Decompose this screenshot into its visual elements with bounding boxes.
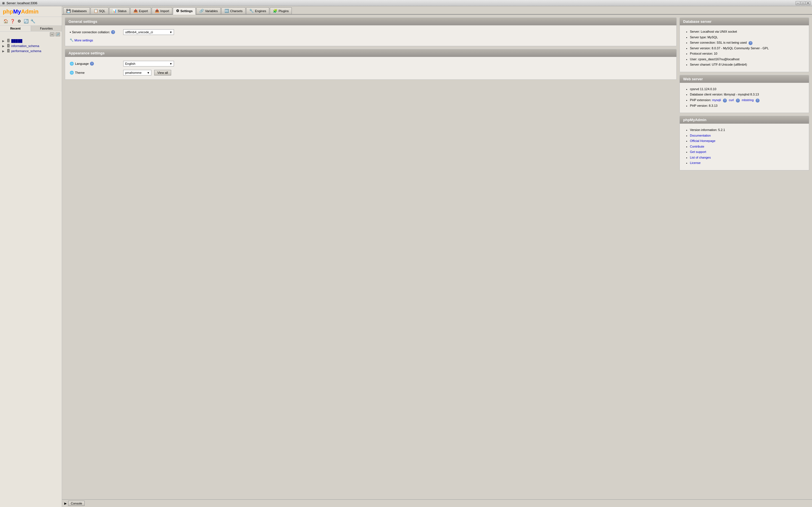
list-item: Server type: MySQL: [690, 35, 804, 40]
list-item: Protocol version: 10: [690, 51, 804, 56]
curl-info-icon[interactable]: ?: [736, 99, 740, 103]
collapse-button[interactable]: ─: [50, 33, 54, 36]
theme-label-text: Theme: [75, 71, 85, 74]
status-icon: 📊: [112, 9, 117, 13]
sidebar-controls: ─ 🔗: [0, 32, 62, 37]
tab-variables[interactable]: 🔗 Variables: [196, 7, 221, 14]
list-item: Server: Localhost via UNIX socket: [690, 29, 804, 34]
web-server-body: cpsrvd 11.124.0.10 Database client versi…: [680, 83, 809, 113]
refresh-icon[interactable]: 🔄: [23, 18, 29, 24]
tab-import[interactable]: 📥 Import: [152, 7, 172, 14]
tab-sql[interactable]: 📋 SQL: [91, 7, 109, 14]
close-button[interactable]: ✕: [806, 1, 810, 5]
help-icon[interactable]: ❓: [10, 18, 15, 24]
db-name-root: █████: [11, 39, 22, 43]
charsets-icon: 🔤: [224, 9, 229, 13]
minimize-button[interactable]: ─: [796, 1, 800, 5]
web-server-list: cpsrvd 11.124.0.10 Database client versi…: [684, 87, 804, 108]
logo: phpMyAdmin: [0, 6, 62, 17]
expand-icon: ▶: [2, 45, 6, 48]
logo-my: My: [13, 8, 21, 15]
tab-recent[interactable]: Recent: [0, 25, 31, 31]
list-of-changes-link[interactable]: List of changes: [690, 156, 711, 159]
sql-icon: 📋: [94, 9, 98, 13]
settings-icon[interactable]: ⚙: [16, 18, 22, 24]
collation-select-wrapper: utf8mb4_unicode_ci utf8mb4_general_ci la…: [123, 29, 174, 35]
database-server-title: Database server: [683, 19, 711, 24]
databases-icon: 💾: [66, 9, 71, 13]
home-icon[interactable]: 🏠: [3, 18, 8, 24]
console-button[interactable]: Console: [68, 501, 85, 506]
list-item: PHP extension: mysqli ? curl ? mbstring …: [690, 98, 804, 103]
tab-plugins[interactable]: 🧩 Plugins: [270, 7, 292, 14]
language-info-icon[interactable]: ?: [90, 62, 94, 66]
tab-charsets[interactable]: 🔤 Charsets: [221, 7, 246, 14]
web-server-title: Web server: [683, 77, 703, 81]
language-row: 🌐 Language ? English French German Spani…: [70, 61, 672, 66]
general-settings-body: ▪ Server connection collation: ? utf8mb4…: [65, 25, 676, 46]
more-settings-row: 🔧 More settings: [70, 38, 672, 42]
curl-link[interactable]: curl: [729, 98, 734, 102]
view-all-button[interactable]: View all: [154, 70, 171, 75]
get-support-link[interactable]: Get support: [690, 150, 706, 154]
db-icon: 🗄: [7, 39, 10, 43]
tab-variables-label: Variables: [205, 9, 218, 13]
database-tree: ▶ 🗄 █████ ▶ 🗄 information_schema ▶ 🗄 per…: [0, 37, 62, 55]
appearance-settings-panel: Appearance settings 🌐 Language ? Eng: [65, 49, 677, 80]
tab-favorites[interactable]: Favorites: [31, 25, 62, 31]
mbstring-link[interactable]: mbstring: [742, 98, 754, 102]
app-container: phpMyAdmin 🏠 ❓ ⚙ 🔄 🔧 Recent Favorites ─ …: [0, 6, 812, 507]
collation-icon: ▪: [70, 30, 71, 34]
contribute-link[interactable]: Contribute: [690, 145, 704, 148]
db-item-root[interactable]: ▶ 🗄 █████: [0, 38, 62, 43]
db-item-information-schema[interactable]: ▶ 🗄 information_schema: [0, 43, 62, 48]
tab-export[interactable]: 📤 Export: [130, 7, 151, 14]
content-area: General settings ▪ Server connection col…: [62, 15, 812, 499]
collation-select[interactable]: utf8mb4_unicode_ci utf8mb4_general_ci la…: [123, 29, 174, 35]
link-button[interactable]: 🔗: [56, 33, 60, 36]
tab-engines[interactable]: 🔧 Engines: [246, 7, 269, 14]
tab-databases[interactable]: 💾 Databases: [63, 7, 90, 14]
list-item: Get support: [690, 150, 804, 154]
nav-tabs: 💾 Databases 📋 SQL 📊 Status 📤 Export 📥 Im…: [62, 6, 812, 15]
official-homepage-link[interactable]: Official Homepage: [690, 139, 715, 143]
mysqli-info-icon[interactable]: ?: [723, 99, 727, 103]
mysqli-link[interactable]: mysqli: [712, 98, 721, 102]
phpmyadmin-body: Version information: 5.2.1 Documentation…: [680, 124, 809, 170]
more-settings-link[interactable]: 🔧 More settings: [70, 38, 93, 42]
appearance-settings-body: 🌐 Language ? English French German Spani…: [65, 57, 676, 79]
tab-status-label: Status: [118, 9, 126, 13]
tab-import-label: Import: [160, 9, 169, 13]
theme-select[interactable]: pmahomme original metro: [123, 70, 151, 75]
license-link[interactable]: License: [690, 161, 701, 165]
collation-info-icon[interactable]: ?: [111, 30, 115, 34]
mbstring-info-icon[interactable]: ?: [756, 99, 760, 103]
documentation-link[interactable]: Documentation: [690, 134, 711, 137]
logo-admin: Admin: [21, 8, 38, 15]
tab-charsets-label: Charsets: [230, 9, 243, 13]
language-globe-icon: 🌐: [70, 62, 74, 66]
ssl-info-icon[interactable]: ?: [749, 41, 753, 45]
database-server-list: Server: Localhost via UNIX socket Server…: [684, 29, 804, 67]
more-settings-label: More settings: [74, 39, 93, 42]
list-item: Server version: 8.0.37 - MySQL Community…: [690, 46, 804, 51]
list-item: Official Homepage: [690, 138, 804, 144]
language-select[interactable]: English French German Spanish: [123, 61, 174, 66]
tab-status[interactable]: 📊 Status: [109, 7, 130, 14]
tab-sql-label: SQL: [99, 9, 105, 13]
theme-globe-icon: 🌐: [70, 71, 74, 75]
sidebar: phpMyAdmin 🏠 ❓ ⚙ 🔄 🔧 Recent Favorites ─ …: [0, 6, 62, 507]
language-label-text: Language: [75, 62, 89, 65]
database-server-header: Database server: [680, 18, 809, 25]
phpmyadmin-panel: phpMyAdmin Version information: 5.2.1 Do…: [679, 116, 809, 170]
left-panel: General settings ▪ Server connection col…: [65, 17, 677, 497]
tab-settings[interactable]: ⚙ Settings: [173, 7, 196, 15]
list-item: Documentation: [690, 133, 804, 138]
maximize-button[interactable]: □: [801, 1, 805, 5]
phpmyadmin-list: Version information: 5.2.1 Documentation…: [684, 128, 804, 165]
tools-icon[interactable]: 🔧: [30, 18, 36, 24]
window-icon: 🖥: [2, 1, 5, 5]
db-item-performance-schema[interactable]: ▶ 🗄 performance_schema: [0, 48, 62, 54]
collation-row: ▪ Server connection collation: ? utf8mb4…: [70, 29, 672, 35]
settings-icon: ⚙: [176, 9, 179, 13]
